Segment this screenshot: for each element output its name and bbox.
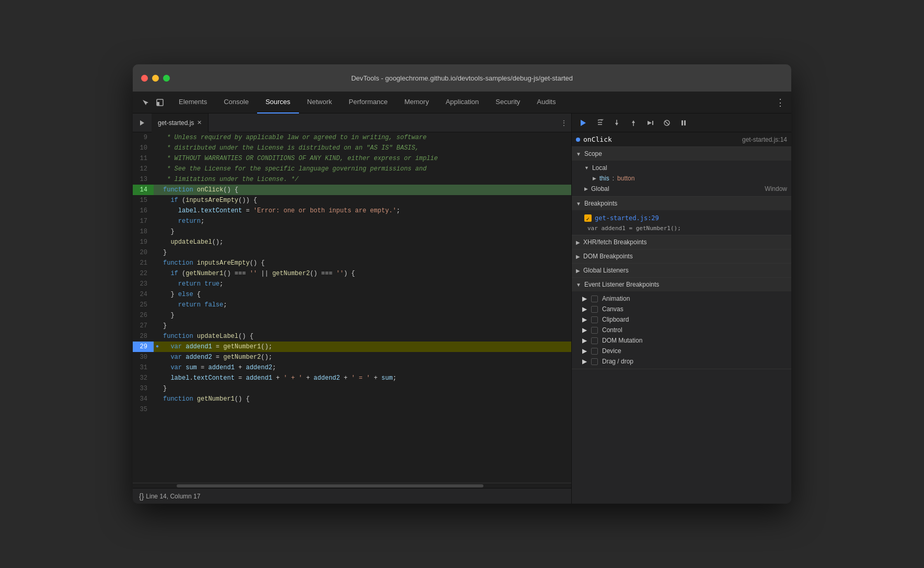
clipboard-checkbox[interactable] [591,316,598,323]
code-line-16[interactable]: 16 label.textContent = 'Error: one or bo… [133,206,571,216]
canvas-label: Canvas [602,305,623,313]
tab-console[interactable]: Console [215,92,257,113]
scope-this-item[interactable]: ▶ this : button [572,173,791,184]
drag-drop-checkbox[interactable] [591,358,598,365]
left-panel: get-started.js ✕ ⋮ 9 * Unless required b… [133,113,572,504]
breakpoints-arrow-icon: ▼ [576,201,581,207]
scrollbar-thumb[interactable] [177,484,483,487]
step-over-button[interactable] [593,116,607,130]
code-line-22[interactable]: 22 if (getNumber1() === '' || getNumber2… [133,268,571,279]
code-line-17[interactable]: 17 return; [133,216,571,226]
code-line-25[interactable]: 25 return false; [133,300,571,310]
drag-drop-expand-icon: ▶ [582,358,587,365]
code-line-24[interactable]: 24 } else { [133,289,571,300]
control-checkbox[interactable] [591,327,598,334]
code-line-19[interactable]: 19 updateLabel(); [133,237,571,247]
svg-marker-3 [581,120,586,126]
code-content: 9 * Unless required by applicable law or… [133,132,571,483]
code-line-29[interactable]: 29 var addend1 = getNumber1(); [133,342,571,352]
code-line-23[interactable]: 23 return true; [133,279,571,289]
tab-application[interactable]: Application [437,92,488,113]
format-icon[interactable]: {} [139,492,144,501]
cursor-icon[interactable] [139,96,152,109]
dock-icon[interactable] [154,96,166,109]
event-item-dom-mutation[interactable]: ▶ DOM Mutation [572,335,791,346]
deactivate-breakpoints-button[interactable] [660,116,674,130]
scope-global-item[interactable]: ▶ Global Window [572,184,791,194]
code-line-32[interactable]: 32 label.textContent = addend1 + ' + ' +… [133,373,571,383]
breakpoint-item-0[interactable]: ✓ get-started.js:29 [572,212,791,224]
main-area: get-started.js ✕ ⋮ 9 * Unless required b… [133,113,791,504]
code-line-12[interactable]: 12 * See the License for the specific la… [133,164,571,174]
event-item-animation[interactable]: ▶ Animation [572,293,791,304]
breakpoints-header[interactable]: ▼ Breakpoints [572,197,791,210]
scope-header[interactable]: ▼ Scope [572,147,791,161]
code-line-21[interactable]: 21 function inputsAreEmpty() { [133,258,571,268]
code-line-10[interactable]: 10 * distributed under the License is di… [133,143,571,153]
file-tab-get-started[interactable]: get-started.js ✕ [152,113,209,132]
code-line-20[interactable]: 20 } [133,247,571,258]
event-listener-breakpoints-header[interactable]: ▼ Event Listener Breakpoints [572,278,791,291]
event-listener-breakpoints-section: ▼ Event Listener Breakpoints ▶ Animation… [572,278,791,369]
minimize-button[interactable] [152,75,159,82]
svg-marker-10 [648,121,652,125]
close-button[interactable] [141,75,148,82]
tab-network[interactable]: Network [299,92,341,113]
code-line-9[interactable]: 9 * Unless required by applicable law or… [133,132,571,143]
code-line-28[interactable]: 28 function updateLabel() { [133,331,571,342]
code-line-15[interactable]: 15 if (inputsAreEmpty()) { [133,195,571,206]
maximize-button[interactable] [163,75,170,82]
code-editor[interactable]: 9 * Unless required by applicable law or… [133,132,571,483]
code-line-31[interactable]: 31 var sum = addend1 + addend2; [133,362,571,373]
step-into-button[interactable] [609,116,624,130]
code-line-30[interactable]: 30 var addend2 = getNumber2(); [133,352,571,362]
tab-elements[interactable]: Elements [170,92,215,113]
step-out-button[interactable] [626,116,641,130]
code-line-18[interactable]: 18 } [133,226,571,237]
right-panel-content[interactable]: ▼ Scope ▼ Local ▶ this : butt [572,147,791,504]
event-item-canvas[interactable]: ▶ Canvas [572,304,791,314]
file-tab-close-icon[interactable]: ✕ [197,119,202,126]
event-item-device[interactable]: ▶ Device [572,346,791,356]
dom-breakpoints-header[interactable]: ▶ DOM Breakpoints [572,249,791,263]
debugger-toolbar [572,113,791,132]
new-tab-button[interactable]: ⋮ [561,119,571,127]
pause-on-exception-button[interactable] [676,116,691,130]
tab-memory[interactable]: Memory [396,92,437,113]
animation-checkbox[interactable] [591,296,598,302]
global-listeners-header[interactable]: ▶ Global Listeners [572,264,791,277]
code-line-27[interactable]: 27 } [133,321,571,331]
dom-mutation-checkbox[interactable] [591,337,598,344]
control-label: Control [602,326,622,334]
file-tab-bar: get-started.js ✕ ⋮ [133,113,571,132]
xhr-breakpoints-header[interactable]: ▶ XHR/fetch Breakpoints [572,235,791,249]
code-line-34[interactable]: 34 function getNumber1() { [133,394,571,404]
event-item-clipboard[interactable]: ▶ Clipboard [572,314,791,325]
code-line-13[interactable]: 13 * limitations under the License. */ [133,174,571,185]
resume-button[interactable] [576,116,591,130]
clipboard-label: Clipboard [602,316,629,323]
tab-audits[interactable]: Audits [528,92,564,113]
code-line-35[interactable]: 35 [133,404,571,415]
svg-marker-7 [615,123,618,126]
more-tabs-button[interactable]: ⋮ [776,97,789,108]
tab-bar: Elements Console Sources Network Perform… [133,92,791,113]
tab-sources[interactable]: Sources [257,92,299,113]
this-prop-value: button [617,175,634,182]
panel-nav-icon[interactable] [133,113,152,132]
code-line-26[interactable]: 26 } [133,310,571,321]
horizontal-scrollbar[interactable] [133,483,571,488]
tab-performance[interactable]: Performance [340,92,396,113]
code-line-33[interactable]: 33 } [133,383,571,394]
global-listeners-arrow-icon: ▶ [576,268,580,274]
scope-local-item[interactable]: ▼ Local [572,163,791,173]
breakpoint-checkbox[interactable]: ✓ [584,214,592,222]
event-item-drag-drop[interactable]: ▶ Drag / drop [572,356,791,367]
event-item-control[interactable]: ▶ Control [572,325,791,335]
code-line-11[interactable]: 11 * WITHOUT WARRANTIES OR CONDITIONS OF… [133,153,571,164]
step-button[interactable] [643,116,657,130]
canvas-checkbox[interactable] [591,306,598,313]
device-checkbox[interactable] [591,348,598,355]
code-line-14[interactable]: 14 function onClick() { [133,185,571,195]
tab-security[interactable]: Security [487,92,528,113]
